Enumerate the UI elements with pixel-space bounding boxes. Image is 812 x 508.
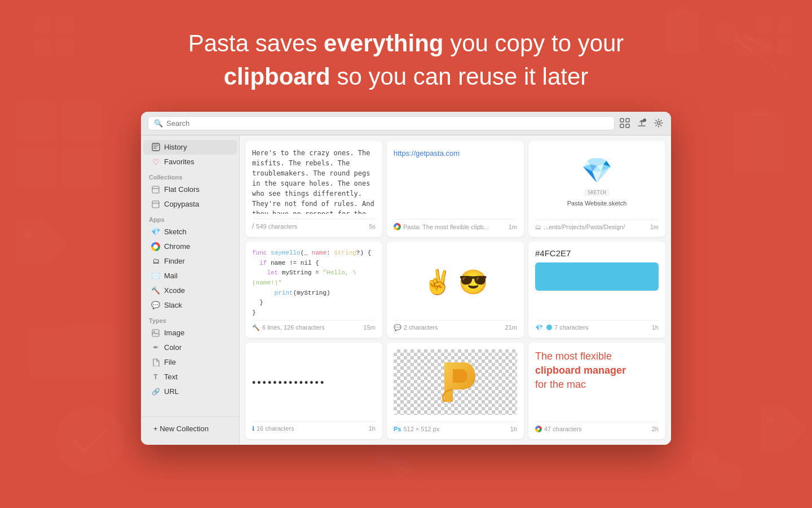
card-emoji-content: ✌️ 😎 [394,248,517,316]
card8-footer-left: Ps 512 × 512 px [394,426,439,432]
card-image[interactable]: Ps 512 × 512 px 1h [387,343,524,439]
sidebar-item-xcode[interactable]: 🔨 Xcode [143,283,237,298]
card-password[interactable]: •••••••••••••• ℹ 16 characters 1h [245,343,382,439]
card6-footer: 💎 7 characters 1h [535,320,659,331]
settings-icon[interactable] [653,117,664,129]
svg-point-27 [24,230,32,238]
sidebar-item-flat-colors[interactable]: Flat Colors [143,182,237,197]
card3-time: 1m [650,224,659,230]
sidebar-item-sketch[interactable]: 💎 Sketch [143,225,237,239]
favorites-label: Favorites [164,157,194,166]
card1-time: 5s [369,223,376,230]
sidebar-item-chrome[interactable]: Chrome [143,239,237,254]
card-sketch-file[interactable]: 💎 SKETCH Pasta Website.sketch 🗂 ...ents/… [528,141,665,238]
finder-label: Finder [164,257,185,265]
card7-footer-left: ℹ 16 characters [252,425,294,432]
card9-footer: 47 characters 2h [535,422,659,432]
card-code[interactable]: func sayHello(_ name: String?) { if name… [245,242,382,338]
card4-footer-left: 🔨 6 lines, 126 characters [252,324,325,331]
sidebar-item-url[interactable]: 🔗 URL [143,384,237,399]
types-section-label: Types [141,313,239,326]
sidebar: History ♡ Favorites Collections Flat Col… [141,135,240,445]
mail-app-icon: ✉️ [151,271,160,281]
card4-chars: 6 lines, 126 characters [262,324,325,331]
sketch-color-icon: 💎 [535,324,543,331]
slack-label: Slack [164,301,182,309]
card6-footer-left: 💎 7 characters [535,324,589,331]
card3-footer: 🗂 ...ents/Projects/Pasta/Design/ 1m [535,220,659,230]
card1-footer-left: / 549 characters [252,222,297,230]
svg-rect-40 [152,201,159,208]
svg-rect-28 [620,119,624,122]
headline-everything: everything [324,30,443,56]
card-emoji[interactable]: ✌️ 😎 💬 2 characters 21m [387,242,524,338]
card-url[interactable]: https://getpasta.com Pasta: The most fle… [387,141,524,238]
sidebar-item-copypasta[interactable]: Copypasta [143,197,237,212]
chrome-footer-icon [394,223,401,230]
url-link[interactable]: https://getpasta.com [394,149,460,157]
slack-footer-icon: 💬 [394,324,401,331]
sidebar-item-file[interactable]: File [143,355,237,370]
marketing-line3: for the mac [535,379,586,390]
sidebar-item-text[interactable]: T Text [143,370,237,384]
history-label: History [164,143,187,151]
card-code-content: func sayHello(_ name: String?) { if name… [252,248,376,316]
sidebar-item-finder[interactable]: 🗂 Finder [143,254,237,269]
sketch-app-icon: 💎 [151,227,160,237]
card2-time: 1m [509,224,517,230]
card3-path: ...ents/Projects/Pasta/Design/ [544,224,625,230]
main-content: History ♡ Favorites Collections Flat Col… [141,135,671,445]
finder-footer-icon: 🗂 [535,224,541,230]
file-type-label: File [164,358,176,366]
apps-section-label: Apps [141,212,239,225]
card-sketch-content: 💎 SKETCH Pasta Website.sketch [535,148,659,216]
search-input[interactable] [166,119,608,128]
svg-point-25 [390,457,411,478]
headline-clipboard: clipboard [224,63,330,90]
svg-point-24 [373,447,394,467]
flat-colors-label: Flat Colors [164,185,200,194]
image-type-icon [151,329,160,338]
card6-chars: 7 characters [554,324,589,331]
sidebar-item-slack[interactable]: 💬 Slack [143,298,237,313]
card5-chars: 2 characters [404,324,438,331]
grid-view-icon[interactable] [619,117,630,129]
new-collection-button[interactable]: + New Collection [145,422,235,436]
svg-rect-3 [62,147,102,186]
search-bar[interactable]: 🔍 [148,116,615,130]
card2-app: Pasta: The most flexible clipb... [403,224,489,230]
heart-icon: ♡ [151,157,160,167]
svg-rect-31 [626,124,629,128]
card-password-content: •••••••••••••• [252,349,376,417]
card-color[interactable]: #4FC2E7 💎 7 characters 1h [528,242,665,338]
svg-point-32 [643,119,646,122]
sidebar-item-history[interactable]: History [143,140,237,155]
svg-point-15 [766,417,773,424]
sidebar-item-favorites[interactable]: ♡ Favorites [143,155,237,169]
slack-app-icon: 💬 [151,301,160,310]
card-text-quote[interactable]: Here's to the crazy ones. The misfits. T… [245,141,382,238]
content-area: Here's to the crazy ones. The misfits. T… [240,135,671,445]
collections-section-label: Collections [141,169,239,182]
color-hex: #4FC2E7 [535,248,659,258]
svg-point-4 [56,406,124,474]
sidebar-item-mail[interactable]: ✉️ Mail [143,269,237,283]
svg-rect-29 [626,119,629,122]
toolbar: 🔍 [141,112,671,135]
card2-footer: Pasta: The most flexible clipb... 1m [394,219,517,230]
sidebar-item-color[interactable]: ✒ Color [143,340,237,355]
header: Pasta saves everything you copy to your … [0,0,812,112]
sidebar-item-image[interactable]: Image [143,326,237,340]
card1-chars: 549 characters [256,223,297,230]
mail-label: Mail [164,271,178,280]
card3-footer-left: 🗂 ...ents/Projects/Pasta/Design/ [535,224,625,230]
svg-rect-38 [152,186,159,193]
card7-chars: 16 characters [257,425,294,432]
card7-footer: ℹ 16 characters 1h [252,421,376,432]
card-image-content [394,349,517,415]
card1-footer: / 549 characters 5s [252,218,376,230]
upload-icon[interactable] [636,117,647,129]
card6-time: 1h [652,324,659,331]
card-marketing[interactable]: The most flexible clipboard manager for … [528,343,665,439]
xcode-footer-icon: 🔨 [252,324,260,331]
